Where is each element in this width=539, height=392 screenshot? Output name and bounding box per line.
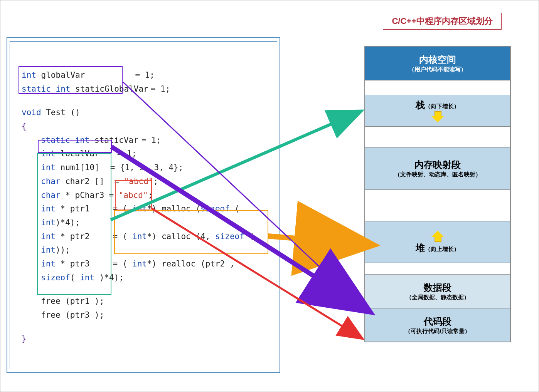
code-panel: int globalVar= 1; static int staticGloba… xyxy=(10,41,277,369)
mem-gap-1 xyxy=(365,80,510,95)
code-line-3: void Test () xyxy=(22,106,273,120)
global-vars-box xyxy=(19,66,123,94)
mem-mmap: 内存映射段 （文件映射、动态库、匿名映射） xyxy=(365,147,510,190)
arrow-heap xyxy=(268,236,359,244)
memory-layout: 内核空间 （用户代码不能读写） 栈（向下增长） 内存映射段 （文件映射、动态库、… xyxy=(364,46,511,342)
mem-stack: 栈（向下增长） xyxy=(365,95,510,127)
mem-heap: 堆（向上增长） xyxy=(365,221,510,263)
mem-code-segment: 代码段 （可执行代码/只读常量） xyxy=(365,308,510,342)
mem-gap-4 xyxy=(365,263,510,275)
stack-vars-box xyxy=(37,153,111,295)
diagram-title: C/C++中程序内存区域划分 xyxy=(383,13,502,30)
code-line-14: free (ptr3 ); xyxy=(22,308,273,322)
code-line-13: free (ptr1 ); xyxy=(22,295,273,308)
stack-arrow-down-icon xyxy=(431,111,444,123)
string-literal-box xyxy=(115,180,152,209)
mem-kernel: 内核空间 （用户代码不能读写） xyxy=(365,47,510,80)
static-var-box xyxy=(38,140,112,153)
heap-alloc-box xyxy=(114,210,268,254)
mem-data-segment: 数据段 （全局数据、静态数据） xyxy=(365,275,510,308)
mem-gap-2 xyxy=(365,127,510,147)
heap-arrow-up-icon xyxy=(431,230,444,242)
mem-gap-3 xyxy=(365,190,510,221)
code-line-15: } xyxy=(22,332,273,346)
code-line-4: { xyxy=(22,120,273,134)
